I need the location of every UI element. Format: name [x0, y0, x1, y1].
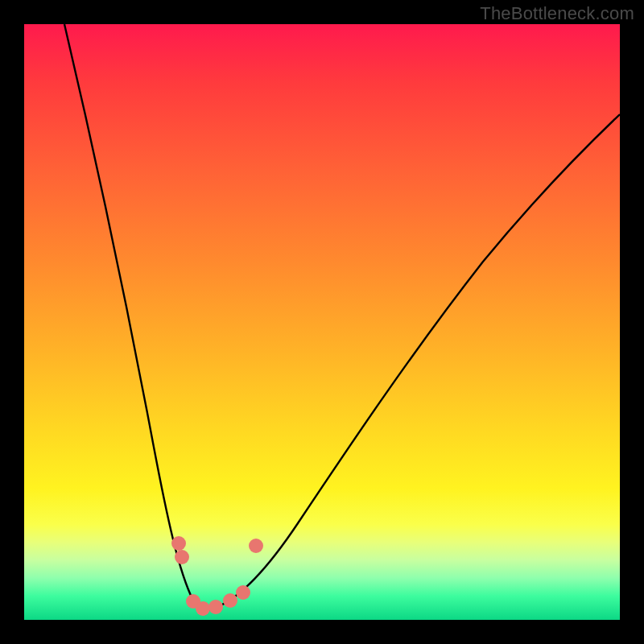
marker-dot	[223, 593, 237, 608]
chart-frame: TheBottleneck.com	[0, 0, 644, 644]
marker-group	[171, 536, 263, 616]
marker-dot	[175, 550, 189, 564]
marker-dot	[171, 536, 186, 551]
marker-dot	[236, 585, 250, 600]
watermark-text: TheBottleneck.com	[480, 3, 634, 24]
curve-layer	[24, 24, 620, 620]
marker-dot	[196, 601, 210, 616]
bottleneck-curve	[64, 24, 620, 609]
marker-dot	[208, 600, 223, 614]
marker-dot	[249, 539, 263, 553]
plot-area	[24, 24, 620, 620]
